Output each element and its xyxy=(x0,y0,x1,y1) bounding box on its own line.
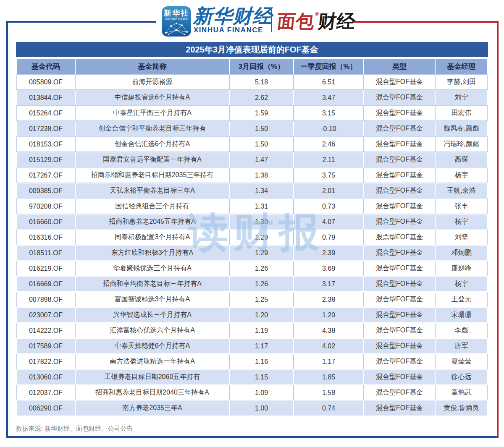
cell-manager: 杨宇 xyxy=(436,277,487,291)
cell-q1-return: 0.79 xyxy=(294,230,363,245)
cell-code: 023007.OF xyxy=(17,308,75,322)
mianbao-logo-black-part: 财经 xyxy=(317,11,356,31)
cell-type: 混合型FOF基金 xyxy=(364,90,435,105)
cell-name: 同泰积极配置3个月持有A xyxy=(76,230,229,245)
table-row: 015129.OF国泰君安善远平衡配置一年持有A1.472.11混合型FOF基金… xyxy=(17,152,487,167)
cell-name: 东方红欣和积极3个月持有A xyxy=(76,246,229,260)
cell-code: 016316.OF xyxy=(17,230,75,245)
table-header-row: 基金代码 基金简称 3月回报（%） 一季度回报（%） 类型 基金经理 xyxy=(17,59,487,74)
cell-march-return: 5.18 xyxy=(230,75,293,89)
cell-manager: 宋珊珊 xyxy=(436,308,487,322)
table-row: 018153.OF创金合信汇选6个月持有A1.502.46混合型FOF基金冯瑞玲… xyxy=(17,137,487,152)
cell-manager: 唐军 xyxy=(436,339,487,353)
cell-manager: 邓炯鹏 xyxy=(436,246,487,260)
cell-q1-return: 6.51 xyxy=(294,75,363,89)
cell-q1-return: 3.47 xyxy=(294,90,363,105)
cell-code: 017589.OF xyxy=(17,339,75,353)
cell-q1-return: 3.75 xyxy=(294,168,363,183)
cell-march-return: 1.20 xyxy=(230,308,293,322)
cell-code: 013060.OF xyxy=(17,370,75,384)
cell-name: 招商和惠养老目标日期2040三年持有A xyxy=(76,385,229,400)
table-row: 017267.OF招商乐颐和惠养老目标日期2035三年持有1.383.75混合型… xyxy=(17,168,487,183)
cell-code: 016669.OF xyxy=(17,277,75,291)
cell-code: 009385.OF xyxy=(17,183,75,198)
cell-code: 007898.OF xyxy=(17,292,75,307)
xinhua-news-app-icon: 新华社 XINHUA NEWS xyxy=(162,6,191,37)
cell-manager: 冯瑞玲,颜彪 xyxy=(436,137,487,152)
table-title: 2025年3月净值表现居前的FOF基金 xyxy=(16,42,488,57)
cell-name: 创金合信宁和平衡养老目标三年持有 xyxy=(76,121,229,136)
cell-manager: 李赫,刘田 xyxy=(436,75,487,89)
cell-march-return: 1.17 xyxy=(230,339,293,353)
cell-q1-return: 4.07 xyxy=(294,214,363,229)
cell-name: 招商乐颐和惠养老目标日期2035三年持有 xyxy=(76,168,229,183)
table-row: 006290.OF南方养老2035三年A1.000.74混合型FOF基金黄俊,鲁… xyxy=(17,401,487,416)
cell-type: 混合型FOF基金 xyxy=(364,277,435,291)
cell-march-return: 1.16 xyxy=(230,354,293,369)
cell-type: 混合型FOF基金 xyxy=(364,106,435,120)
col-header-march-return: 3月回报（%） xyxy=(230,59,293,74)
col-header-fund-code: 基金代码 xyxy=(17,59,75,74)
cell-code: 018153.OF xyxy=(17,137,75,152)
cell-march-return: 1.00 xyxy=(230,401,293,416)
cell-name: 中泰星汇平衡三个月持有A xyxy=(76,106,229,120)
cell-manager: 杨宇 xyxy=(436,168,487,183)
cell-q1-return: 2.46 xyxy=(294,137,363,152)
cell-type: 混合型FOF基金 xyxy=(364,168,435,183)
cell-q1-return: 0.74 xyxy=(294,401,363,416)
cell-name: 南方养老2035三年A xyxy=(76,401,229,416)
table-row: 007898.OF富国智诚精选3个月持有A1.252.38混合型FOF基金王登元 xyxy=(17,292,487,307)
table-row: 013060.OF工银养老目标日期2060五年持有1.151.85混合型FOF基… xyxy=(17,370,487,384)
table-row: 012037.OF招商和惠养老目标日期2040三年持有A1.091.58混合型F… xyxy=(17,385,487,400)
table-row: 016316.OF同泰积极配置3个月持有A1.290.79股票型FOF基金刘坚 xyxy=(17,230,487,245)
col-header-fund-name: 基金简称 xyxy=(76,59,229,74)
cell-march-return: 1.29 xyxy=(230,246,293,260)
cell-type: 混合型FOF基金 xyxy=(364,292,435,307)
cell-manager: 刘宁 xyxy=(436,90,487,105)
cell-march-return: 1.38 xyxy=(230,168,293,183)
table-row: 017238.OF创金合信宁和平衡养老目标三年持有1.50-0.10混合型FOF… xyxy=(17,121,487,136)
fund-table-area: 2025年3月净值表现居前的FOF基金 基金代码 基金简称 3月回报（%） 一季… xyxy=(16,42,488,416)
cell-code: 012037.OF xyxy=(17,385,75,400)
cell-q1-return: -0.10 xyxy=(294,121,363,136)
cell-name: 汇添富核心优选六个月持有A xyxy=(76,323,229,338)
cell-march-return: 1.26 xyxy=(230,261,293,276)
col-header-manager: 基金经理 xyxy=(436,59,487,74)
cell-march-return: 1.47 xyxy=(230,152,293,167)
cell-name: 中信建投睿选6个月持有A xyxy=(76,90,229,105)
cell-q1-return: 2.39 xyxy=(294,246,363,260)
cell-type: 混合型FOF基金 xyxy=(364,323,435,338)
cell-q1-return: 2.01 xyxy=(294,183,363,198)
table-row: 013844.OF中信建投睿选6个月持有A2.623.47混合型FOF基金刘宁 xyxy=(17,90,487,105)
cell-name: 中泰天择稳健6个月持有A xyxy=(76,339,229,353)
cell-code: 017267.OF xyxy=(17,168,75,183)
cell-type: 混合型FOF基金 xyxy=(364,199,435,214)
col-header-type: 类型 xyxy=(364,59,435,74)
cell-type: 混合型FOF基金 xyxy=(364,214,435,229)
cell-type: 混合型FOF基金 xyxy=(364,75,435,89)
cell-type: 混合型FOF基金 xyxy=(364,370,435,384)
table-row: 016669.OF招商和享均衡养老目标三年持有A1.263.17混合型FOF基金… xyxy=(17,277,487,291)
cell-march-return: 1.19 xyxy=(230,323,293,338)
cell-type: 股票型FOF基金 xyxy=(364,230,435,245)
cell-manager: 李彪 xyxy=(436,323,487,338)
table-row: 017822.OF南方浩盈进取精选一年持有A1.161.17混合型FOF基金夏莹… xyxy=(17,354,487,369)
cell-name: 工银养老目标日期2060五年持有 xyxy=(76,370,229,384)
cell-q1-return: 1.17 xyxy=(294,354,363,369)
cell-code: 014222.OF xyxy=(17,323,75,338)
cell-code: 013844.OF xyxy=(17,90,75,105)
cell-type: 混合型FOF基金 xyxy=(364,401,435,416)
table-row: 014222.OF汇添富核心优选六个月持有A1.194.38混合型FOF基金李彪 xyxy=(17,323,487,338)
cell-code: 970208.OF xyxy=(17,199,75,214)
cell-code: 006290.OF xyxy=(17,401,75,416)
cell-manager: 夏莹莹 xyxy=(436,354,487,369)
cell-code: 017822.OF xyxy=(17,354,75,369)
cell-march-return: 1.30 xyxy=(230,214,293,229)
cell-type: 混合型FOF基金 xyxy=(364,385,435,400)
mianbao-finance-logo: 面包®财经 xyxy=(276,9,357,34)
cell-manager: 廉赵峰 xyxy=(436,261,487,276)
cell-type: 混合型FOF基金 xyxy=(364,137,435,152)
cell-code: 017238.OF xyxy=(17,121,75,136)
data-source-note: 数据来源: 新华财经、面包财经、公司公告 xyxy=(16,425,133,433)
cell-type: 混合型FOF基金 xyxy=(364,152,435,167)
